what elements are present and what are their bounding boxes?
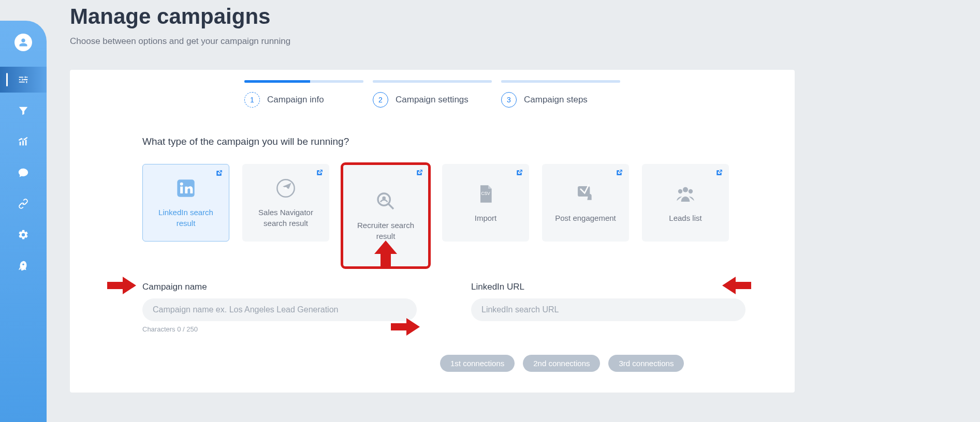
campaign-type-heading: What type of the campaign you will be ru… — [142, 136, 795, 147]
linkedin-url-input[interactable] — [471, 298, 745, 321]
chip-3rd-connections[interactable]: 3rd connections — [608, 355, 684, 372]
step-label: Campaign info — [267, 95, 324, 105]
avatar[interactable] — [14, 34, 32, 51]
sidebar-item-settings[interactable] — [0, 222, 47, 248]
svg-point-10 — [683, 187, 688, 192]
step-campaign-info[interactable]: 1 Campaign info — [244, 80, 363, 108]
rocket-icon — [18, 260, 29, 272]
sidebar-item-analytics[interactable] — [0, 129, 47, 155]
annotation-arrow-left — [722, 277, 751, 294]
svg-point-2 — [180, 183, 183, 186]
external-link-icon[interactable] — [316, 169, 323, 176]
type-card-label: Import — [470, 213, 502, 223]
sidebar-item-rocket[interactable] — [0, 253, 47, 279]
sidebar-item-filter[interactable] — [0, 98, 47, 124]
type-card-recruiter-search[interactable]: Recruiter search result — [342, 164, 429, 267]
svg-point-11 — [678, 189, 682, 193]
svg-text:CSV: CSV — [481, 190, 490, 195]
connection-chips: 1st connections 2nd connections 3rd conn… — [440, 355, 795, 372]
step-campaign-settings[interactable]: 2 Campaign settings — [373, 80, 492, 108]
campaign-name-label: Campaign name — [142, 282, 417, 292]
type-card-linkedin-search[interactable]: LinkedIn search result — [142, 164, 229, 242]
people-group-icon — [674, 183, 697, 205]
stepper: 1 Campaign info 2 Campaign settings 3 Ca… — [70, 80, 795, 108]
linkedin-icon — [174, 177, 197, 200]
external-link-icon[interactable] — [215, 170, 223, 177]
page-header: Manage campaigns Choose between options … — [70, 0, 795, 47]
step-number: 3 — [501, 92, 517, 108]
sidebar-item-links[interactable] — [0, 191, 47, 217]
external-link-icon[interactable] — [516, 169, 523, 176]
type-card-post-engagement[interactable]: Post engagement — [542, 164, 629, 242]
type-card-label: Sales Navigator search result — [242, 207, 329, 229]
svg-point-4 — [285, 187, 287, 190]
sidebar — [0, 21, 47, 422]
type-card-label: Leads list — [664, 213, 707, 223]
chart-icon — [18, 136, 29, 147]
external-link-icon[interactable] — [616, 169, 623, 176]
sidebar-item-campaigns[interactable] — [0, 67, 47, 93]
step-label: Campaign settings — [396, 95, 469, 105]
engagement-icon — [574, 183, 597, 205]
svg-point-12 — [689, 189, 693, 193]
step-label: Campaign steps — [524, 95, 588, 105]
type-card-label: Post engagement — [550, 213, 621, 223]
campaign-name-field-group: Campaign name Characters 0 / 250 — [142, 282, 417, 333]
type-card-leads-list[interactable]: Leads list — [642, 164, 729, 242]
annotation-arrow-right — [391, 318, 420, 336]
step-progress-bar — [501, 80, 620, 83]
page-subtitle: Choose between options and get your camp… — [70, 36, 795, 47]
chip-2nd-connections[interactable]: 2nd connections — [523, 355, 600, 372]
step-number: 1 — [244, 92, 260, 108]
annotation-arrow-right — [107, 277, 136, 294]
type-card-label: Recruiter search result — [342, 220, 429, 242]
step-progress-bar — [373, 80, 492, 83]
linkedin-url-field-group: LinkedIn URL — [471, 282, 745, 333]
type-card-sales-navigator[interactable]: Sales Navigator search result — [242, 164, 329, 242]
type-card-import[interactable]: CSV Import — [442, 164, 529, 242]
step-campaign-steps[interactable]: 3 Campaign steps — [501, 80, 620, 108]
link-icon — [18, 198, 29, 209]
compass-icon — [274, 177, 297, 200]
gear-icon — [18, 229, 29, 240]
page-title: Manage campaigns — [70, 4, 795, 29]
magnifier-user-icon — [374, 190, 397, 213]
funnel-icon — [18, 105, 29, 116]
chip-1st-connections[interactable]: 1st connections — [440, 355, 515, 372]
campaign-type-cards: LinkedIn search result Sales Navigator s… — [142, 164, 795, 267]
annotation-arrow-up — [374, 240, 397, 266]
type-card-label: LinkedIn search result — [143, 207, 229, 229]
campaign-name-input[interactable] — [142, 298, 417, 321]
step-number: 2 — [373, 92, 388, 108]
character-counter: Characters 0 / 250 — [142, 325, 417, 333]
sidebar-item-chat[interactable] — [0, 160, 47, 186]
main-card: 1 Campaign info 2 Campaign settings 3 Ca… — [70, 70, 795, 393]
chat-icon — [18, 167, 29, 178]
external-link-icon[interactable] — [416, 169, 423, 176]
user-icon — [19, 38, 28, 47]
form-row: Campaign name Characters 0 / 250 LinkedI… — [142, 282, 795, 333]
sliders-icon — [18, 74, 29, 85]
csv-file-icon: CSV — [474, 183, 497, 205]
svg-line-6 — [388, 204, 393, 209]
linkedin-url-label: LinkedIn URL — [471, 282, 745, 292]
external-link-icon[interactable] — [715, 169, 723, 176]
step-progress-bar — [244, 80, 363, 83]
svg-rect-1 — [180, 187, 183, 193]
